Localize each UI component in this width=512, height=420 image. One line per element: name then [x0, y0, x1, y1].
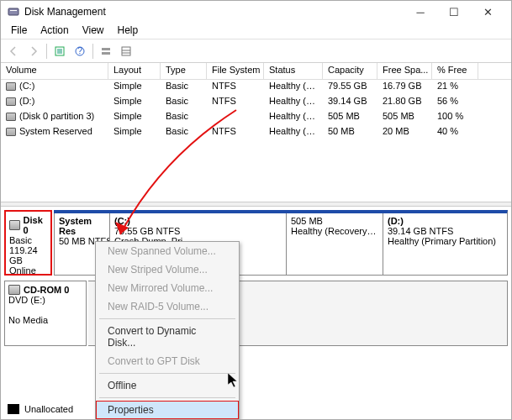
cell-volume: System Reserved: [19, 126, 92, 136]
cell-status: Healthy (R...: [264, 110, 323, 125]
header-status[interactable]: Status: [264, 63, 323, 79]
close-button[interactable]: ✕: [471, 1, 504, 23]
cell-type: Basic: [161, 80, 207, 95]
cell-volume: (Disk 0 partition 3): [19, 111, 94, 121]
disk-icon: [8, 285, 20, 295]
svg-rect-7: [102, 52, 110, 55]
cell-pct: 40 %: [432, 125, 478, 140]
cell-layout: Simple: [108, 110, 161, 125]
toolbar-separator: [46, 44, 47, 59]
volume-icon: [6, 113, 16, 121]
disk-info[interactable]: Disk 0Basic119.24 GBOnline: [4, 210, 52, 276]
header-type[interactable]: Type: [161, 63, 207, 79]
partition-size: 505 MB: [291, 216, 378, 226]
disk-type: DVD (E:): [8, 295, 82, 305]
partition-status: Healthy (Recovery Pa: [291, 226, 378, 236]
cell-free: 20 MB: [377, 125, 432, 140]
menu-view[interactable]: View: [76, 23, 111, 39]
cell-layout: Simple: [108, 80, 161, 95]
disk-row: Disk 0Basic119.24 GBOnlineSystem Res50 M…: [4, 210, 508, 276]
menubar: File Action View Help: [1, 23, 511, 39]
back-button: [4, 42, 23, 60]
disk-info[interactable]: CD-ROM 0DVD (E:)No Media: [4, 281, 87, 346]
disk-type: Basic: [9, 235, 47, 245]
header-filesystem[interactable]: File System: [207, 63, 264, 79]
toolbar-separator: [92, 44, 93, 59]
legend-swatch-unallocated: [8, 404, 19, 414]
cell-free: 21.80 GB: [377, 95, 432, 110]
disk-id: Disk 0: [24, 215, 47, 235]
header-free[interactable]: Free Spa...: [377, 63, 432, 79]
cell-fs: NTFS: [207, 95, 264, 110]
ctx-convert-dynamic[interactable]: Convert to Dynamic Disk...: [96, 322, 239, 352]
disk-icon: [9, 220, 20, 230]
cell-fs: [207, 110, 264, 125]
volumes-grid-body: (C:)SimpleBasicNTFSHealthy (B...79.55 GB…: [1, 80, 511, 202]
header-layout[interactable]: Layout: [108, 63, 161, 79]
cell-type: Basic: [161, 125, 207, 140]
refresh-button[interactable]: [50, 42, 69, 60]
header-pctfree[interactable]: % Free: [432, 63, 478, 79]
partition-status: Healthy (Primary Partition): [388, 236, 503, 246]
svg-rect-6: [102, 48, 110, 50]
partition[interactable]: 505 MBHealthy (Recovery Pa: [286, 213, 383, 275]
disk-row: CD-ROM 0DVD (E:)No Media: [4, 281, 508, 346]
svg-rect-0: [8, 8, 18, 15]
cell-capacity: 50 MB: [323, 125, 377, 140]
partition-name: System Res: [59, 216, 105, 236]
cell-status: Healthy (B...: [264, 80, 323, 95]
legend: Unallocated: [8, 404, 73, 414]
menu-help[interactable]: Help: [111, 23, 145, 39]
svg-rect-3: [57, 49, 62, 54]
table-row[interactable]: (D:)SimpleBasicNTFSHealthy (B...39.14 GB…: [1, 95, 511, 110]
ctx-offline[interactable]: Offline: [96, 376, 239, 395]
forward-button: [24, 42, 43, 60]
disk-id: CD-ROM 0: [24, 285, 69, 295]
disk-status: Online: [9, 265, 47, 276]
cell-capacity: 39.14 GB: [323, 95, 377, 110]
settings-toolbar-button[interactable]: [97, 42, 115, 60]
table-row[interactable]: (C:)SimpleBasicNTFSHealthy (B...79.55 GB…: [1, 80, 511, 95]
svg-rect-8: [122, 47, 130, 55]
volume-icon: [6, 128, 16, 136]
titlebar: Disk Management ─ ☐ ✕: [1, 1, 511, 23]
partition[interactable]: (D:)39.14 GB NTFSHealthy (Primary Partit…: [383, 213, 507, 275]
svg-text:?: ?: [77, 45, 82, 55]
list-toolbar-button[interactable]: [117, 42, 135, 60]
minimize-button[interactable]: ─: [404, 1, 437, 23]
maximize-button[interactable]: ☐: [437, 1, 471, 23]
menu-action[interactable]: Action: [34, 23, 75, 39]
ctx-properties[interactable]: Properties: [96, 401, 239, 419]
mouse-cursor: [228, 373, 241, 388]
window-title: Disk Management: [24, 6, 404, 18]
menu-file[interactable]: File: [4, 23, 34, 39]
cell-layout: Simple: [108, 95, 161, 110]
ctx-new-striped: New Striped Volume...: [96, 260, 239, 279]
cell-pct: 56 %: [432, 95, 478, 110]
ctx-new-spanned: New Spanned Volume...: [96, 242, 239, 260]
header-volume[interactable]: Volume: [1, 63, 108, 79]
ctx-divider: [99, 318, 235, 319]
disk-status: No Media: [8, 315, 82, 325]
header-capacity[interactable]: Capacity: [323, 63, 377, 79]
legend-label-unallocated: Unallocated: [24, 404, 73, 414]
ctx-divider: [99, 397, 235, 398]
toolbar: ?: [1, 39, 511, 63]
context-menu: New Spanned Volume... New Striped Volume…: [95, 241, 240, 420]
cell-status: Healthy (S...: [264, 125, 323, 140]
svg-rect-1: [10, 10, 17, 11]
table-row[interactable]: (Disk 0 partition 3)SimpleBasicHealthy (…: [1, 110, 511, 125]
partition-size: 79.55 GB NTFS: [114, 226, 282, 236]
cell-free: 505 MB: [377, 110, 432, 125]
partition-name: (D:): [388, 216, 503, 226]
help-toolbar-button[interactable]: ?: [71, 42, 89, 60]
disk-size: 119.24 GB: [9, 245, 47, 265]
app-icon: [8, 6, 19, 18]
volume-icon: [6, 82, 16, 91]
disk-graphical-pane: Disk 0Basic119.24 GBOnlineSystem Res50 M…: [1, 207, 511, 354]
cell-status: Healthy (B...: [264, 95, 323, 110]
volumes-grid-header: Volume Layout Type File System Status Ca…: [1, 63, 511, 80]
cell-layout: Simple: [108, 125, 161, 140]
cell-volume: (D:): [19, 96, 34, 106]
table-row[interactable]: System ReservedSimpleBasicNTFSHealthy (S…: [1, 125, 511, 140]
